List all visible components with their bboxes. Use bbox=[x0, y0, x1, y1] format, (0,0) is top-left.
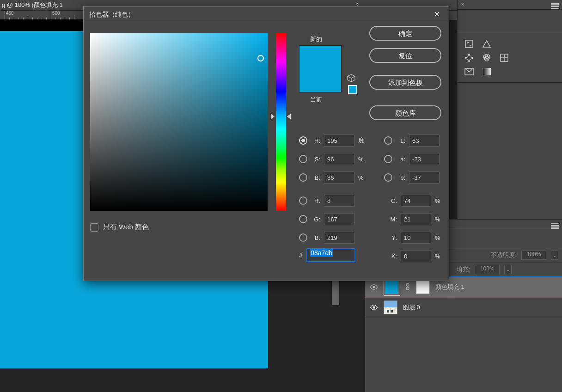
svg-rect-17 bbox=[482, 68, 491, 75]
hue-slider[interactable] bbox=[276, 33, 286, 211]
cube-icon[interactable] bbox=[347, 74, 355, 84]
svg-point-7 bbox=[468, 60, 470, 62]
web-only-label: 只有 Web 颜色 bbox=[103, 223, 149, 232]
lab-b-radio[interactable] bbox=[384, 173, 392, 182]
sb-cursor[interactable] bbox=[257, 55, 264, 61]
svg-point-37 bbox=[373, 306, 375, 308]
b2-radio[interactable] bbox=[299, 233, 307, 242]
m-input[interactable] bbox=[401, 213, 431, 225]
h-label: H: bbox=[311, 137, 320, 144]
envelope-icon[interactable] bbox=[464, 67, 474, 77]
layer-name[interactable]: 颜色填充 1 bbox=[435, 283, 464, 291]
m-label: M: bbox=[384, 216, 397, 223]
color-library-button[interactable]: 颜色库 bbox=[369, 105, 441, 120]
triangle-icon[interactable] bbox=[482, 39, 492, 49]
grid-icon[interactable] bbox=[499, 53, 509, 63]
lab-b-input[interactable] bbox=[409, 172, 440, 184]
current-color-label: 当前 bbox=[310, 95, 322, 104]
a-input[interactable] bbox=[409, 153, 440, 165]
svg-point-6 bbox=[468, 54, 470, 55]
chevron-down-icon[interactable]: ⌄ bbox=[551, 251, 558, 260]
svg-marker-38 bbox=[348, 74, 355, 78]
g-label: G: bbox=[311, 216, 320, 223]
opacity-label: 不透明度: bbox=[491, 251, 517, 259]
web-only-checkbox[interactable] bbox=[90, 223, 98, 232]
layer-item-bg[interactable]: 图层 0 bbox=[365, 297, 562, 318]
visibility-icon[interactable] bbox=[370, 284, 378, 290]
hex-input[interactable]: 08a7db bbox=[307, 249, 355, 262]
opacity-input[interactable]: 100% bbox=[521, 251, 546, 260]
close-icon[interactable]: ✕ bbox=[431, 7, 443, 22]
l-label: L: bbox=[396, 137, 405, 144]
saturation-brightness-field[interactable] bbox=[90, 33, 268, 211]
document-tab-title: g @ 100% (颜色填充 1 bbox=[2, 1, 63, 8]
r-radio[interactable] bbox=[299, 196, 307, 205]
s-label: S: bbox=[311, 156, 320, 163]
r-label: R: bbox=[311, 197, 320, 204]
svg-point-5 bbox=[467, 55, 471, 60]
b2-label: B: bbox=[311, 234, 320, 241]
svg-point-9 bbox=[471, 57, 473, 59]
hash-label: # bbox=[299, 252, 302, 259]
new-color-swatch[interactable] bbox=[299, 46, 341, 69]
dialog-titlebar[interactable]: 拾色器（纯色） ✕ bbox=[84, 7, 449, 22]
r-input[interactable] bbox=[324, 195, 354, 207]
ok-button[interactable]: 确定 bbox=[369, 26, 441, 41]
c-label: C: bbox=[384, 197, 397, 204]
y-input[interactable] bbox=[401, 232, 431, 244]
color-picker-dialog: 拾色器（纯色） ✕ 新的 当前 确定 复位 添加到色板 颜色库 H: bbox=[83, 6, 449, 281]
h-input[interactable] bbox=[324, 135, 354, 147]
svg-point-33 bbox=[373, 286, 375, 288]
hue-pointer[interactable] bbox=[287, 114, 291, 119]
g-input[interactable] bbox=[324, 213, 354, 225]
svg-point-8 bbox=[465, 57, 467, 59]
new-color-label: 新的 bbox=[310, 35, 322, 43]
layer-name[interactable]: 图层 0 bbox=[403, 303, 420, 312]
panel-menu-icon[interactable] bbox=[551, 1, 559, 8]
k-label: K: bbox=[384, 253, 397, 260]
dialog-title: 拾色器（纯色） bbox=[89, 7, 134, 22]
scrollbar-thumb[interactable] bbox=[332, 277, 339, 305]
s-input[interactable] bbox=[324, 153, 354, 165]
add-swatch-button[interactable]: 添加到色板 bbox=[369, 75, 441, 90]
a-label: a: bbox=[396, 156, 405, 163]
color-preview bbox=[299, 45, 342, 92]
collapse-icon[interactable]: » bbox=[461, 1, 464, 7]
link-icon bbox=[405, 283, 410, 292]
current-color-swatch[interactable] bbox=[299, 69, 341, 92]
svg-marker-4 bbox=[483, 41, 490, 47]
a-radio[interactable] bbox=[384, 155, 392, 163]
websafe-swatch[interactable] bbox=[348, 85, 357, 94]
fill-label: 填充: bbox=[457, 265, 470, 274]
channels-icon[interactable] bbox=[482, 53, 492, 63]
k-input[interactable] bbox=[401, 250, 431, 262]
b-input[interactable] bbox=[324, 172, 354, 184]
reset-button[interactable]: 复位 bbox=[369, 48, 441, 63]
g-radio[interactable] bbox=[299, 215, 307, 223]
l-radio[interactable] bbox=[384, 136, 392, 145]
c-input[interactable] bbox=[401, 195, 431, 207]
chevron-down-icon[interactable]: ⌄ bbox=[504, 265, 512, 274]
hue-pointer[interactable] bbox=[271, 114, 275, 119]
gradient-icon[interactable] bbox=[482, 67, 492, 77]
b-radio[interactable] bbox=[299, 173, 307, 182]
lab-b-label: b: bbox=[396, 174, 405, 181]
y-label: Y: bbox=[384, 234, 397, 241]
fill-input[interactable]: 100% bbox=[475, 265, 500, 274]
layer-thumb[interactable] bbox=[384, 300, 397, 314]
b2-input[interactable] bbox=[324, 232, 354, 244]
panel-menu-icon[interactable] bbox=[551, 220, 559, 227]
visibility-icon[interactable] bbox=[370, 305, 378, 310]
svg-rect-0 bbox=[465, 40, 473, 48]
s-radio[interactable] bbox=[299, 155, 307, 163]
b-label: B: bbox=[311, 174, 320, 181]
collapse-icon[interactable]: » bbox=[355, 1, 359, 7]
l-input[interactable] bbox=[409, 135, 440, 147]
hex-value: 08a7db bbox=[310, 249, 333, 257]
adjustment-icon[interactable] bbox=[464, 53, 474, 63]
layer-mask-thumb[interactable] bbox=[416, 280, 430, 294]
h-radio[interactable] bbox=[299, 136, 307, 145]
exposure-icon[interactable] bbox=[464, 39, 474, 49]
